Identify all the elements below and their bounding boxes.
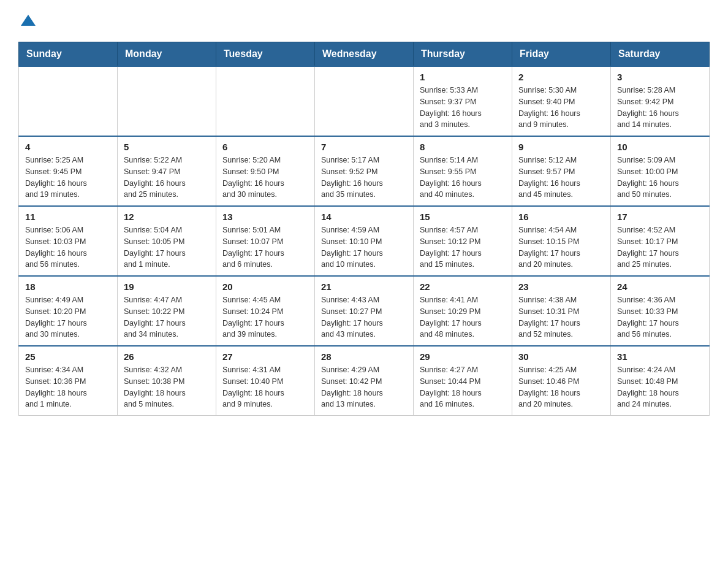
calendar-cell: 14Sunrise: 4:59 AM Sunset: 10:10 PM Dayl… — [315, 206, 414, 276]
day-number: 15 — [420, 212, 506, 222]
day-number: 9 — [518, 142, 604, 152]
day-info: Sunrise: 5:14 AM Sunset: 9:55 PM Dayligh… — [420, 155, 506, 201]
day-info: Sunrise: 5:01 AM Sunset: 10:07 PM Daylig… — [222, 224, 308, 270]
calendar-header-friday: Friday — [512, 42, 611, 67]
calendar-header-row: SundayMondayTuesdayWednesdayThursdayFrid… — [19, 42, 710, 67]
calendar-cell — [19, 66, 118, 136]
calendar-header-saturday: Saturday — [611, 42, 710, 67]
calendar-cell: 11Sunrise: 5:06 AM Sunset: 10:03 PM Dayl… — [19, 206, 118, 276]
day-info: Sunrise: 4:29 AM Sunset: 10:42 PM Daylig… — [321, 364, 407, 410]
day-number: 2 — [518, 72, 604, 82]
day-number: 10 — [617, 142, 703, 152]
day-info: Sunrise: 5:22 AM Sunset: 9:47 PM Dayligh… — [124, 155, 210, 201]
day-number: 3 — [617, 72, 703, 82]
day-number: 5 — [124, 142, 210, 152]
day-number: 1 — [420, 72, 506, 82]
calendar-cell: 28Sunrise: 4:29 AM Sunset: 10:42 PM Dayl… — [315, 346, 414, 416]
day-number: 27 — [222, 351, 308, 362]
calendar-cell: 23Sunrise: 4:38 AM Sunset: 10:31 PM Dayl… — [512, 276, 611, 346]
calendar-cell: 4Sunrise: 5:25 AM Sunset: 9:45 PM Daylig… — [19, 136, 118, 206]
calendar-cell: 31Sunrise: 4:24 AM Sunset: 10:48 PM Dayl… — [611, 346, 710, 416]
calendar-cell: 20Sunrise: 4:45 AM Sunset: 10:24 PM Dayl… — [216, 276, 315, 346]
calendar-cell: 29Sunrise: 4:27 AM Sunset: 10:44 PM Dayl… — [414, 346, 512, 416]
day-info: Sunrise: 4:38 AM Sunset: 10:31 PM Daylig… — [518, 294, 604, 340]
day-info: Sunrise: 5:17 AM Sunset: 9:52 PM Dayligh… — [321, 155, 407, 201]
calendar-cell: 26Sunrise: 4:32 AM Sunset: 10:38 PM Dayl… — [118, 346, 216, 416]
calendar-cell: 12Sunrise: 5:04 AM Sunset: 10:05 PM Dayl… — [118, 206, 216, 276]
day-info: Sunrise: 4:52 AM Sunset: 10:17 PM Daylig… — [617, 224, 703, 270]
page-header — [18, 12, 710, 29]
calendar-cell: 9Sunrise: 5:12 AM Sunset: 9:57 PM Daylig… — [512, 136, 611, 206]
calendar-table: SundayMondayTuesdayWednesdayThursdayFrid… — [18, 42, 710, 416]
day-info: Sunrise: 4:31 AM Sunset: 10:40 PM Daylig… — [222, 364, 308, 410]
day-info: Sunrise: 4:57 AM Sunset: 10:12 PM Daylig… — [420, 224, 506, 270]
svg-marker-0 — [21, 15, 36, 26]
day-info: Sunrise: 5:25 AM Sunset: 9:45 PM Dayligh… — [25, 155, 111, 201]
day-info: Sunrise: 4:36 AM Sunset: 10:33 PM Daylig… — [617, 294, 703, 340]
day-info: Sunrise: 4:49 AM Sunset: 10:20 PM Daylig… — [25, 294, 111, 340]
calendar-cell: 6Sunrise: 5:20 AM Sunset: 9:50 PM Daylig… — [216, 136, 315, 206]
calendar-cell: 10Sunrise: 5:09 AM Sunset: 10:00 PM Dayl… — [611, 136, 710, 206]
logo-triangle-icon — [20, 12, 37, 29]
calendar-cell: 25Sunrise: 4:34 AM Sunset: 10:36 PM Dayl… — [19, 346, 118, 416]
calendar-week-row: 11Sunrise: 5:06 AM Sunset: 10:03 PM Dayl… — [19, 206, 710, 276]
day-number: 8 — [420, 142, 506, 152]
day-info: Sunrise: 4:45 AM Sunset: 10:24 PM Daylig… — [222, 294, 308, 340]
day-number: 6 — [222, 142, 308, 152]
calendar-cell: 8Sunrise: 5:14 AM Sunset: 9:55 PM Daylig… — [414, 136, 512, 206]
day-number: 11 — [25, 212, 111, 222]
day-number: 22 — [420, 282, 506, 292]
calendar-cell: 5Sunrise: 5:22 AM Sunset: 9:47 PM Daylig… — [118, 136, 216, 206]
calendar-header-wednesday: Wednesday — [315, 42, 414, 67]
calendar-cell — [315, 66, 414, 136]
calendar-header-monday: Monday — [118, 42, 216, 67]
day-number: 7 — [321, 142, 407, 152]
day-number: 28 — [321, 351, 407, 362]
day-number: 13 — [222, 212, 308, 222]
day-number: 17 — [617, 212, 703, 222]
calendar-cell: 1Sunrise: 5:33 AM Sunset: 9:37 PM Daylig… — [414, 66, 512, 136]
calendar-week-row: 4Sunrise: 5:25 AM Sunset: 9:45 PM Daylig… — [19, 136, 710, 206]
day-info: Sunrise: 4:59 AM Sunset: 10:10 PM Daylig… — [321, 224, 407, 270]
day-number: 29 — [420, 351, 506, 362]
calendar-cell: 19Sunrise: 4:47 AM Sunset: 10:22 PM Dayl… — [118, 276, 216, 346]
day-info: Sunrise: 5:06 AM Sunset: 10:03 PM Daylig… — [25, 224, 111, 270]
calendar-cell: 17Sunrise: 4:52 AM Sunset: 10:17 PM Dayl… — [611, 206, 710, 276]
day-info: Sunrise: 4:25 AM Sunset: 10:46 PM Daylig… — [518, 364, 604, 410]
calendar-week-row: 25Sunrise: 4:34 AM Sunset: 10:36 PM Dayl… — [19, 346, 710, 416]
calendar-cell: 27Sunrise: 4:31 AM Sunset: 10:40 PM Dayl… — [216, 346, 315, 416]
calendar-week-row: 1Sunrise: 5:33 AM Sunset: 9:37 PM Daylig… — [19, 66, 710, 136]
day-info: Sunrise: 4:32 AM Sunset: 10:38 PM Daylig… — [124, 364, 210, 410]
day-number: 4 — [25, 142, 111, 152]
calendar-cell: 2Sunrise: 5:30 AM Sunset: 9:40 PM Daylig… — [512, 66, 611, 136]
day-number: 21 — [321, 282, 407, 292]
day-number: 30 — [518, 351, 604, 362]
day-number: 25 — [25, 351, 111, 362]
calendar-cell: 30Sunrise: 4:25 AM Sunset: 10:46 PM Dayl… — [512, 346, 611, 416]
calendar-cell: 13Sunrise: 5:01 AM Sunset: 10:07 PM Dayl… — [216, 206, 315, 276]
day-info: Sunrise: 4:34 AM Sunset: 10:36 PM Daylig… — [25, 364, 111, 410]
day-number: 23 — [518, 282, 604, 292]
day-info: Sunrise: 5:12 AM Sunset: 9:57 PM Dayligh… — [518, 155, 604, 201]
day-info: Sunrise: 4:27 AM Sunset: 10:44 PM Daylig… — [420, 364, 506, 410]
calendar-week-row: 18Sunrise: 4:49 AM Sunset: 10:20 PM Dayl… — [19, 276, 710, 346]
day-number: 16 — [518, 212, 604, 222]
day-number: 12 — [124, 212, 210, 222]
day-number: 26 — [124, 351, 210, 362]
day-info: Sunrise: 4:41 AM Sunset: 10:29 PM Daylig… — [420, 294, 506, 340]
day-number: 24 — [617, 282, 703, 292]
day-info: Sunrise: 4:24 AM Sunset: 10:48 PM Daylig… — [617, 364, 703, 410]
calendar-cell: 22Sunrise: 4:41 AM Sunset: 10:29 PM Dayl… — [414, 276, 512, 346]
day-number: 20 — [222, 282, 308, 292]
day-info: Sunrise: 5:28 AM Sunset: 9:42 PM Dayligh… — [617, 85, 703, 131]
calendar-cell — [216, 66, 315, 136]
calendar-cell — [118, 66, 216, 136]
calendar-cell: 21Sunrise: 4:43 AM Sunset: 10:27 PM Dayl… — [315, 276, 414, 346]
day-info: Sunrise: 5:09 AM Sunset: 10:00 PM Daylig… — [617, 155, 703, 201]
day-info: Sunrise: 4:47 AM Sunset: 10:22 PM Daylig… — [124, 294, 210, 340]
logo — [18, 12, 37, 29]
day-info: Sunrise: 5:30 AM Sunset: 9:40 PM Dayligh… — [518, 85, 604, 131]
day-info: Sunrise: 5:04 AM Sunset: 10:05 PM Daylig… — [124, 224, 210, 270]
calendar-cell: 18Sunrise: 4:49 AM Sunset: 10:20 PM Dayl… — [19, 276, 118, 346]
calendar-cell: 16Sunrise: 4:54 AM Sunset: 10:15 PM Dayl… — [512, 206, 611, 276]
